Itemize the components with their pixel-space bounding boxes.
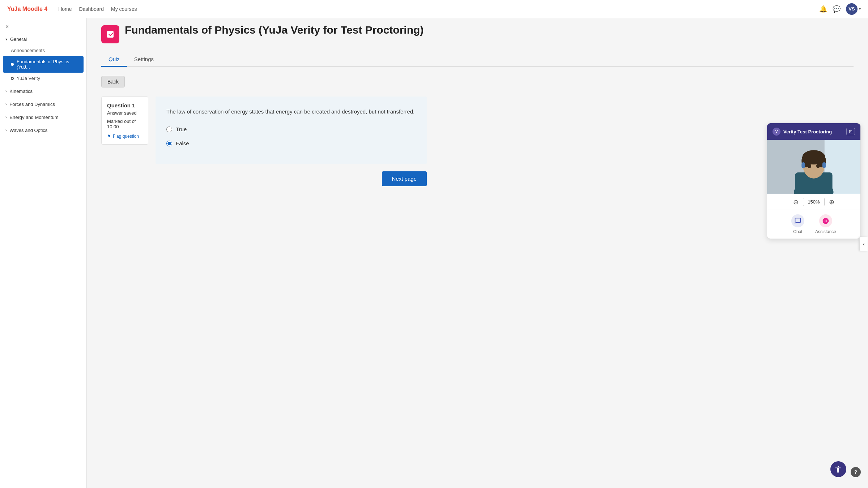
nav-links: Home Dashboard My courses: [58, 6, 137, 12]
announcements-label: Announcements: [11, 48, 45, 53]
yuja-verity-label: YuJa Verity: [17, 76, 40, 81]
question-number: Question 1: [107, 102, 142, 108]
sidebar-energy-header[interactable]: › Energy and Momentum: [0, 112, 86, 123]
header-right-icons: 🔔 💬 VS ▾: [819, 3, 861, 15]
option-true[interactable]: True: [166, 125, 416, 134]
verity-logo: V: [773, 128, 780, 136]
active-dot-icon: [11, 63, 14, 66]
verity-title-wrap: V Verity Test Proctoring: [773, 128, 832, 136]
next-button-wrap: Next page: [101, 171, 427, 186]
message-icon[interactable]: 💬: [833, 5, 841, 13]
option-false[interactable]: False: [166, 139, 416, 148]
chevron-right-icon4: ›: [5, 128, 7, 132]
marked-label: Marked out of: [107, 119, 136, 124]
sidebar-item-fundamentals[interactable]: Fundamentals of Physics (YuJ...: [3, 56, 84, 73]
verity-zoom-controls: ⊖ 150% ⊕: [767, 194, 860, 197]
question-marked: Marked out of 10.00: [107, 119, 142, 129]
chevron-right-icon: ›: [5, 89, 7, 93]
chevron-right-icon3: ›: [5, 115, 7, 119]
dot-icon: [11, 77, 14, 80]
radio-false[interactable]: [166, 141, 172, 146]
flag-question-button[interactable]: ⚑ Flag question: [107, 134, 139, 139]
svg-rect-9: [801, 162, 805, 168]
nav-home[interactable]: Home: [58, 6, 72, 12]
svg-rect-10: [822, 162, 826, 168]
user-avatar-wrap[interactable]: VS ▾: [846, 3, 861, 15]
waves-label: Waves and Optics: [9, 128, 47, 133]
option-true-label: True: [176, 125, 187, 134]
flag-icon: ⚑: [107, 134, 111, 139]
svg-point-12: [816, 164, 820, 168]
chevron-down-icon: ▾: [5, 37, 7, 41]
nav-dashboard[interactable]: Dashboard: [79, 6, 104, 12]
verity-title: Verity Test Proctoring: [783, 129, 832, 134]
question-text: The law of conservation of energy states…: [166, 107, 416, 116]
notification-icon[interactable]: 🔔: [819, 5, 827, 13]
top-navigation: YuJa Moodle 4 Home Dashboard My courses …: [0, 0, 868, 18]
sidebar-item-announcements[interactable]: Announcements: [0, 45, 86, 56]
back-button[interactable]: Back: [101, 76, 125, 87]
sidebar-general-header[interactable]: ▾ General: [0, 34, 86, 45]
tab-quiz[interactable]: Quiz: [101, 52, 127, 67]
energy-label: Energy and Momentum: [9, 115, 58, 120]
tabs: Quiz Settings: [101, 52, 854, 67]
page-icon: [101, 25, 119, 43]
general-label: General: [10, 37, 27, 42]
question-content: The law of conservation of energy states…: [156, 97, 427, 164]
fundamentals-label: Fundamentals of Physics (YuJ...: [17, 59, 81, 70]
chevron-right-icon2: ›: [5, 102, 7, 106]
avatar-chevron: ▾: [859, 7, 861, 11]
quiz-area: Question 1 Answer saved Marked out of 10…: [101, 97, 427, 164]
radio-true[interactable]: [166, 127, 172, 132]
person-video-svg: [767, 140, 860, 194]
sidebar: × ▾ General Announcements Fundamentals o…: [0, 18, 87, 197]
question-status: Answer saved: [107, 110, 142, 116]
tab-settings[interactable]: Settings: [127, 52, 161, 67]
verity-panel: V Verity Test Proctoring ⊡: [767, 123, 861, 197]
page-header: Fundamentals of Physics (YuJa Verity for…: [101, 23, 854, 43]
option-false-label: False: [176, 139, 189, 148]
sidebar-close-button[interactable]: ×: [0, 23, 86, 34]
kinematics-label: Kinematics: [9, 89, 33, 94]
verity-expand-button[interactable]: ⊡: [846, 128, 855, 135]
page-title: Fundamentals of Physics (YuJa Verity for…: [125, 23, 424, 37]
sidebar-section-general: ▾ General Announcements Fundamentals of …: [0, 34, 86, 84]
main-content: Physics / Fundamentals of Physics (YuJa …: [87, 0, 868, 197]
flag-label: Flag question: [113, 134, 139, 139]
sidebar-kinematics-header[interactable]: › Kinematics: [0, 86, 86, 97]
question-info-panel: Question 1 Answer saved Marked out of 10…: [101, 97, 148, 145]
verity-header: V Verity Test Proctoring ⊡: [767, 123, 860, 140]
sidebar-section-kinematics: › Kinematics: [0, 86, 86, 97]
sidebar-section-waves: › Waves and Optics: [0, 125, 86, 136]
svg-point-11: [808, 164, 811, 168]
sidebar-item-yuja-verity[interactable]: YuJa Verity: [0, 73, 86, 84]
sidebar-section-energy: › Energy and Momentum: [0, 112, 86, 123]
forces-label: Forces and Dynamics: [9, 102, 55, 107]
nav-my-courses[interactable]: My courses: [111, 6, 137, 12]
sidebar-waves-header[interactable]: › Waves and Optics: [0, 125, 86, 136]
verity-video-feed: [767, 140, 860, 194]
next-page-button[interactable]: Next page: [382, 171, 427, 186]
quiz-icon: [106, 30, 115, 39]
app-logo: YuJa Moodle 4: [7, 6, 47, 12]
sidebar-forces-header[interactable]: › Forces and Dynamics: [0, 99, 86, 110]
avatar: VS: [846, 3, 858, 15]
marked-value: 10.00: [107, 124, 119, 129]
sidebar-section-forces: › Forces and Dynamics: [0, 99, 86, 110]
